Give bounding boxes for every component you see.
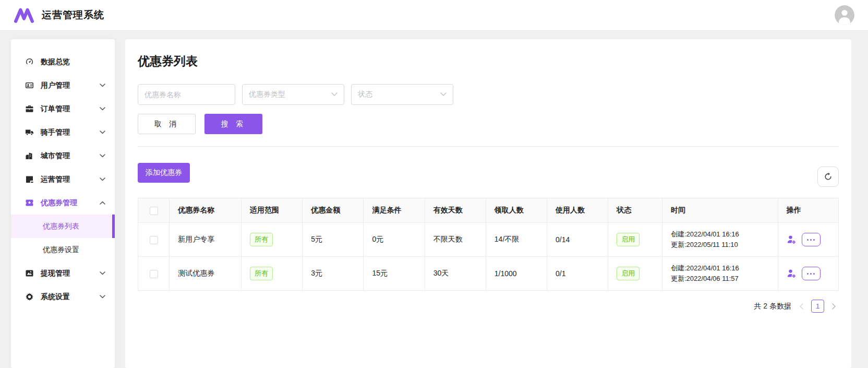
scope-badge: 所有 [250, 233, 273, 246]
chevron-down-icon [100, 271, 105, 275]
created-time: 创建:2022/04/01 16:16 [671, 263, 769, 274]
sidebar-item-city-management[interactable]: 城市管理 [11, 144, 115, 168]
filter-buttons: 取 消 搜 索 [138, 114, 839, 134]
page-title: 优惠券列表 [138, 53, 839, 69]
app-logo-icon [14, 6, 34, 24]
sidebar-item-label: 城市管理 [41, 151, 70, 161]
coupon-valid-days: 30天 [425, 257, 486, 291]
row-checkbox[interactable] [150, 270, 158, 278]
dashboard-icon [25, 57, 34, 67]
pagination: 共 2 条数据 1 [138, 300, 839, 313]
coupon-condition: 15元 [364, 257, 425, 291]
updated-time: 更新:2022/04/06 11:57 [671, 274, 769, 284]
sidebar-item-label: 提现管理 [41, 269, 70, 278]
created-time: 创建:2022/04/01 16:16 [671, 229, 769, 240]
column-header: 满足条件 [364, 198, 425, 223]
storefront-icon [25, 175, 34, 184]
sidebar-item-user-management[interactable]: 用户管理 [11, 74, 115, 97]
chevron-down-icon [100, 177, 105, 181]
chevron-down-icon [100, 84, 105, 87]
user-settings-action-icon[interactable] [787, 235, 797, 244]
section-divider [138, 146, 839, 147]
coupon-name-input[interactable] [138, 84, 235, 105]
coupon-valid-days: 不限天数 [425, 223, 486, 257]
sidebar-item-coupon-management[interactable]: 优惠券管理 [11, 191, 115, 215]
pagination-total: 共 2 条数据 [754, 302, 791, 311]
app-title: 运营管理系统 [42, 8, 104, 22]
app-header: 运营管理系统 [0, 0, 868, 31]
sidebar-subitem-label: 优惠券设置 [43, 245, 79, 255]
table-row: 测试优惠券 所有 3元 15元 30天 1/1000 0/1 启用 创建:202… [138, 257, 839, 291]
column-header: 时间 [662, 198, 778, 223]
status-select-value: 状态 [358, 90, 440, 99]
status-select[interactable]: 状态 [351, 84, 453, 105]
row-checkbox[interactable] [150, 236, 158, 244]
sidebar-subitem-label: 优惠券列表 [43, 222, 79, 231]
add-coupon-button[interactable]: 添加优惠券 [138, 163, 190, 183]
column-header: 操作 [778, 198, 838, 223]
sidebar-item-label: 优惠券管理 [41, 198, 77, 208]
column-header: 使用人数 [547, 198, 608, 223]
coupon-name: 新用户专享 [170, 223, 242, 257]
chevron-up-icon [100, 201, 105, 205]
chevron-down-icon [100, 154, 105, 158]
refresh-button[interactable] [817, 167, 839, 187]
status-badge: 启用 [617, 233, 640, 246]
table-header-row: 优惠券名称 适用范围 优惠金额 满足条件 有效天数 领取人数 使用人数 状态 时… [138, 198, 839, 223]
column-header: 有效天数 [425, 198, 486, 223]
page-number-1[interactable]: 1 [811, 300, 824, 313]
column-header: 优惠券名称 [170, 198, 242, 223]
next-page-button[interactable] [829, 300, 839, 313]
coupon-type-select[interactable]: 优惠券类型 [242, 84, 344, 105]
scope-badge: 所有 [250, 267, 273, 280]
chevron-down-icon [331, 92, 337, 97]
search-button[interactable]: 搜 索 [204, 114, 262, 134]
sidebar-item-data-overview[interactable]: 数据总览 [11, 50, 115, 74]
prev-page-button[interactable] [797, 300, 806, 313]
refresh-icon [824, 172, 833, 181]
sidebar-item-system-settings[interactable]: 系统设置 [11, 285, 115, 308]
sidebar-item-label: 用户管理 [41, 81, 70, 90]
sidebar-item-label: 系统设置 [41, 292, 70, 302]
orders-icon [25, 104, 34, 114]
user-settings-action-icon[interactable] [787, 269, 797, 278]
sidebar-item-rider-management[interactable]: 骑手管理 [11, 121, 115, 144]
sidebar-item-operations-management[interactable]: 运营管理 [11, 168, 115, 191]
coupon-type-select-value: 优惠券类型 [249, 90, 331, 99]
users-icon [25, 81, 34, 90]
sidebar-item-label: 运营管理 [41, 175, 70, 184]
sidebar-item-label: 订单管理 [41, 104, 70, 114]
chevron-down-icon [440, 92, 447, 97]
status-badge: 启用 [617, 267, 640, 280]
more-actions-button[interactable] [802, 267, 821, 280]
coupon-claimed: 14/不限 [486, 223, 547, 257]
more-actions-button[interactable] [802, 233, 821, 246]
cancel-button[interactable]: 取 消 [138, 114, 196, 134]
image-icon [25, 269, 34, 278]
sidebar-subitem-coupon-settings[interactable]: 优惠券设置 [11, 238, 115, 262]
chevron-down-icon [100, 107, 105, 111]
chevron-down-icon [100, 295, 105, 299]
sidebar-item-label: 数据总览 [41, 57, 70, 67]
coupon-ticket-icon [25, 198, 34, 208]
coupon-condition: 0元 [364, 223, 425, 257]
column-header: 状态 [608, 198, 662, 223]
updated-time: 更新:2022/05/11 11:10 [671, 240, 769, 250]
column-header: 适用范围 [242, 198, 303, 223]
column-header: 优惠金额 [303, 198, 364, 223]
column-header: 领取人数 [486, 198, 547, 223]
main-content: 优惠券列表 优惠券类型 状态 取 消 搜 索 添加优惠券 [125, 39, 851, 368]
sidebar-subitem-coupon-list[interactable]: 优惠券列表 [11, 215, 115, 238]
coupon-claimed: 1/1000 [486, 257, 547, 291]
sidebar-item-withdrawal-management[interactable]: 提现管理 [11, 262, 115, 285]
coupon-amount: 3元 [303, 257, 364, 291]
user-avatar[interactable] [835, 5, 854, 25]
coupon-used: 0/1 [547, 257, 608, 291]
coupon-used: 0/14 [547, 223, 608, 257]
sidebar-item-order-management[interactable]: 订单管理 [11, 97, 115, 121]
coupon-name: 测试优惠券 [170, 257, 242, 291]
sidebar: 数据总览 用户管理 订单管理 骑手管理 城市管理 [11, 39, 115, 368]
gear-icon [25, 292, 34, 302]
select-all-checkbox[interactable] [150, 207, 158, 215]
coupon-table: 优惠券名称 适用范围 优惠金额 满足条件 有效天数 领取人数 使用人数 状态 时… [138, 198, 839, 291]
